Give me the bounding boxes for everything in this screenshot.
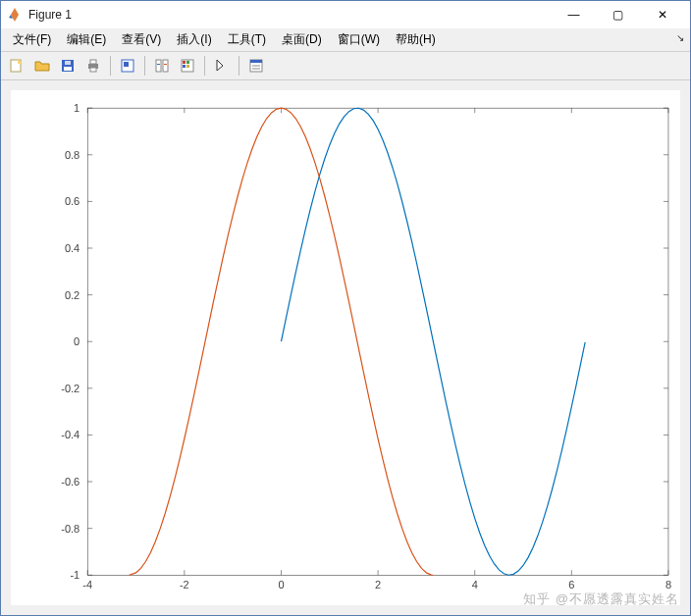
link-plot-icon xyxy=(154,58,170,74)
toolbar-separator xyxy=(144,56,145,76)
x-tick-label: 2 xyxy=(375,580,381,591)
svg-rect-2 xyxy=(64,67,72,71)
menu-edit[interactable]: 编辑(E) xyxy=(59,28,114,51)
y-tick-label: 0.8 xyxy=(65,149,80,161)
y-tick-label: 0 xyxy=(74,336,80,348)
insert-colorbar-icon xyxy=(180,58,195,74)
print-button[interactable] xyxy=(81,54,105,77)
svg-rect-17 xyxy=(186,65,189,68)
svg-rect-15 xyxy=(186,61,189,64)
menu-file[interactable]: 文件(F) xyxy=(5,28,59,51)
plot-area: -4-202468-1-0.8-0.6-0.4-0.200.20.40.60.8… xyxy=(1,80,690,615)
y-tick-label: 0.4 xyxy=(65,242,80,254)
figure-window: Figure 1 — ▢ ✕ 文件(F) 编辑(E) 查看(V) 插入(I) 工… xyxy=(0,0,691,616)
property-editor-button[interactable] xyxy=(244,54,268,77)
series-line xyxy=(281,109,585,576)
menu-overflow-icon[interactable]: ↘ xyxy=(676,32,684,43)
new-figure-button[interactable] xyxy=(5,54,28,77)
new-figure-icon xyxy=(9,58,25,74)
data-cursor-icon xyxy=(120,58,135,74)
toolbar-separator xyxy=(239,56,239,76)
svg-rect-8 xyxy=(124,62,129,67)
y-tick-label: -1 xyxy=(70,570,80,582)
menu-desktop[interactable]: 桌面(D) xyxy=(274,28,330,51)
print-icon xyxy=(85,58,101,74)
y-tick-label: -0.2 xyxy=(61,383,80,394)
axes-container[interactable]: -4-202468-1-0.8-0.6-0.4-0.200.20.40.60.8… xyxy=(11,90,680,605)
insert-colorbar-button[interactable] xyxy=(176,54,199,77)
window-title: Figure 1 xyxy=(28,8,552,22)
x-tick-label: 4 xyxy=(472,580,478,591)
toolbar-separator xyxy=(204,56,205,76)
maximize-button[interactable]: ▢ xyxy=(596,1,640,28)
minimize-button[interactable]: — xyxy=(552,1,596,28)
property-editor-icon xyxy=(248,58,264,74)
menu-view[interactable]: 查看(V) xyxy=(114,28,169,51)
x-tick-label: -4 xyxy=(82,580,92,591)
data-cursor-button[interactable] xyxy=(116,54,139,77)
toolbar xyxy=(1,52,690,80)
close-button[interactable]: ✕ xyxy=(640,1,684,28)
edit-plot-button[interactable] xyxy=(210,54,234,77)
svg-rect-12 xyxy=(164,64,167,65)
svg-rect-22 xyxy=(87,109,668,576)
y-tick-label: 1 xyxy=(74,103,80,115)
svg-rect-6 xyxy=(90,68,96,72)
y-tick-label: -0.6 xyxy=(61,477,80,488)
svg-rect-10 xyxy=(163,60,168,72)
menu-window[interactable]: 窗口(W) xyxy=(330,28,388,51)
x-tick-label: 6 xyxy=(568,580,574,591)
link-plot-button[interactable] xyxy=(150,54,174,77)
x-tick-label: -2 xyxy=(180,580,189,591)
menubar: 文件(F) 编辑(E) 查看(V) 插入(I) 工具(T) 桌面(D) 窗口(W… xyxy=(1,28,690,52)
axes[interactable]: -4-202468-1-0.8-0.6-0.4-0.200.20.40.60.8… xyxy=(11,90,680,605)
menu-tools[interactable]: 工具(T) xyxy=(220,28,274,51)
x-tick-label: 0 xyxy=(278,580,284,591)
titlebar[interactable]: Figure 1 — ▢ ✕ xyxy=(1,1,690,28)
svg-rect-9 xyxy=(156,60,161,72)
open-file-icon xyxy=(34,58,50,74)
svg-rect-14 xyxy=(183,61,186,64)
y-tick-label: 0.6 xyxy=(65,196,80,208)
svg-rect-3 xyxy=(65,61,71,65)
svg-rect-19 xyxy=(250,60,262,63)
svg-rect-16 xyxy=(183,65,186,68)
svg-rect-11 xyxy=(157,64,160,65)
y-tick-label: 0.2 xyxy=(65,289,80,301)
x-tick-label: 8 xyxy=(665,580,671,591)
y-tick-label: -0.4 xyxy=(61,430,80,441)
save-button[interactable] xyxy=(56,54,80,77)
toolbar-separator xyxy=(110,56,111,76)
edit-plot-icon xyxy=(214,58,230,74)
svg-rect-5 xyxy=(90,60,96,64)
menu-insert[interactable]: 插入(I) xyxy=(169,28,219,51)
series-line xyxy=(130,109,434,576)
menu-help[interactable]: 帮助(H) xyxy=(388,28,444,51)
y-tick-label: -0.8 xyxy=(61,523,80,535)
matlab-logo-icon xyxy=(7,7,23,23)
save-icon xyxy=(60,58,76,74)
open-file-button[interactable] xyxy=(30,54,54,77)
